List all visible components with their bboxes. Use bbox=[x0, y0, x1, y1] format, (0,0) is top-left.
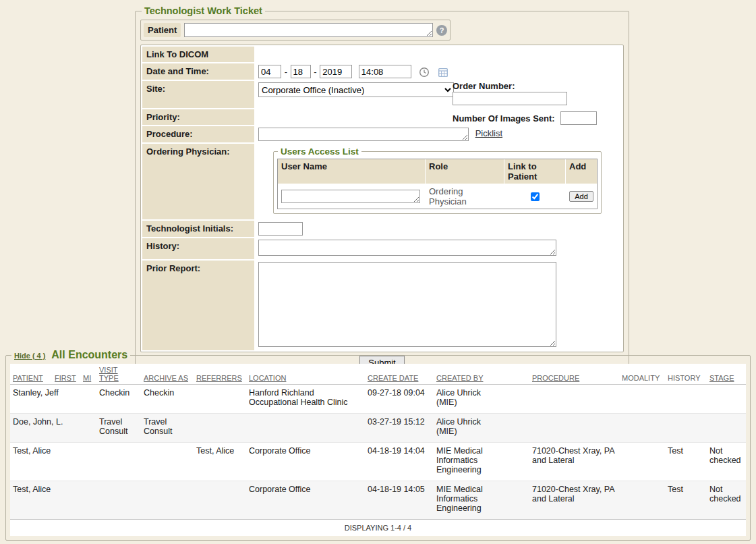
procedure-content: Picklist bbox=[256, 126, 622, 142]
table-cell: 71020-Chest Xray, PA and Lateral bbox=[529, 481, 619, 520]
date-year-input[interactable] bbox=[320, 65, 352, 78]
table-cell: Test, Alice bbox=[10, 443, 52, 481]
table-row[interactable]: Test, AliceTest, AliceCorporate Office04… bbox=[10, 443, 746, 481]
hide-link[interactable]: Hide ( 4 ) bbox=[14, 352, 45, 360]
table-cell: Test bbox=[665, 443, 707, 481]
table-cell: 04-18-19 14:04 bbox=[365, 443, 434, 481]
column-header-label[interactable]: STAGE bbox=[709, 374, 734, 382]
images-sent-input[interactable] bbox=[560, 111, 597, 125]
user-name-input[interactable] bbox=[281, 190, 420, 203]
table-cell: MIE Medical Informatics Engineering bbox=[434, 481, 529, 520]
column-header-first[interactable]: FIRST bbox=[52, 364, 80, 385]
ordering-physician-content: Users Access List User Name Role Link to… bbox=[256, 144, 622, 219]
table-cell bbox=[707, 385, 746, 414]
order-number-input[interactable] bbox=[453, 92, 567, 105]
column-header-created-by[interactable]: CREATED BY bbox=[434, 364, 529, 385]
all-encounters-legend: Hide ( 4 ) All Encounters bbox=[11, 349, 130, 361]
table-cell bbox=[80, 385, 96, 414]
table-row[interactable]: Stanley, JeffCheckinCheckinHanford Richl… bbox=[10, 385, 746, 414]
column-header-mi[interactable]: MI bbox=[80, 364, 96, 385]
table-row[interactable]: Doe, John, L.Travel ConsultTravel Consul… bbox=[10, 414, 746, 443]
history-input[interactable] bbox=[258, 240, 556, 256]
site-select[interactable]: Corporate Office (Inactive) bbox=[258, 82, 454, 97]
column-header-label[interactable]: CREATED BY bbox=[436, 374, 483, 382]
column-header-procedure[interactable]: PROCEDURE bbox=[529, 364, 619, 385]
table-cell: MIE Medical Informatics Engineering bbox=[434, 443, 529, 481]
link-to-patient-checkbox[interactable] bbox=[531, 192, 540, 201]
tech-initials-label: Technologist Initials: bbox=[142, 221, 254, 237]
all-encounters-title: All Encounters bbox=[51, 349, 127, 360]
column-header-label: MODALITY bbox=[622, 374, 660, 382]
column-header-archive-as[interactable]: ARCHIVE AS bbox=[141, 364, 194, 385]
table-cell bbox=[141, 443, 194, 481]
prior-report-content bbox=[256, 261, 622, 350]
calendar-icon[interactable] bbox=[438, 67, 448, 78]
clock-icon[interactable] bbox=[419, 67, 430, 78]
time-input[interactable] bbox=[359, 65, 411, 78]
procedure-label: Procedure: bbox=[142, 126, 254, 142]
encounters-table: PATIENTFIRSTMIVISIT TYPEARCHIVE ASREFERR… bbox=[10, 364, 746, 536]
column-header-visit-type[interactable]: VISIT TYPE bbox=[96, 364, 141, 385]
column-header-label[interactable]: LOCATION bbox=[249, 374, 286, 382]
users-access-table: User Name Role Link to Patient Add Order… bbox=[277, 159, 598, 209]
tech-initials-input[interactable] bbox=[258, 222, 303, 236]
table-cell: Corporate Office bbox=[246, 443, 365, 481]
column-header-label[interactable]: CREATE DATE bbox=[368, 374, 418, 382]
table-cell bbox=[194, 385, 246, 414]
priority-content: Number Of Images Sent: bbox=[256, 109, 622, 125]
work-ticket-title: Technologist Work Ticket bbox=[142, 5, 265, 16]
users-access-list-title: Users Access List bbox=[278, 146, 361, 157]
column-header-label[interactable]: ARCHIVE AS bbox=[144, 374, 188, 382]
history-content bbox=[256, 238, 622, 259]
help-icon[interactable]: ? bbox=[436, 25, 447, 36]
table-cell bbox=[619, 414, 665, 443]
column-header-label[interactable]: MI bbox=[83, 374, 91, 382]
table-cell: Travel Consult bbox=[141, 414, 194, 443]
encounters-body: Stanley, JeffCheckinCheckinHanford Richl… bbox=[10, 385, 746, 520]
table-cell bbox=[194, 481, 246, 520]
date-time-label: Date and Time: bbox=[142, 63, 254, 80]
work-ticket-form: Technologist Work Ticket Patient ? Link … bbox=[135, 5, 629, 375]
priority-label: Priority: bbox=[142, 109, 254, 125]
column-header-patient[interactable]: PATIENT bbox=[10, 364, 52, 385]
table-cell: 04-18-19 14:05 bbox=[365, 481, 434, 520]
date-separator: - bbox=[314, 67, 316, 77]
column-header-label[interactable]: REFERRERS bbox=[196, 374, 242, 382]
picklist-link[interactable]: Picklist bbox=[475, 128, 502, 138]
work-ticket-fields: Link To DICOM Date and Time: - - Site: C… bbox=[140, 45, 624, 352]
link-to-dicom-content bbox=[256, 47, 622, 62]
site-label: Site: bbox=[142, 81, 254, 108]
column-header-location[interactable]: LOCATION bbox=[246, 364, 365, 385]
column-header-modality: MODALITY bbox=[619, 364, 665, 385]
date-month-input[interactable] bbox=[258, 65, 281, 78]
table-cell: 71020-Chest Xray, PA and Lateral bbox=[529, 443, 619, 481]
table-cell: Test, Alice bbox=[194, 443, 246, 481]
table-cell bbox=[665, 385, 707, 414]
table-cell bbox=[141, 481, 194, 520]
table-cell: Checkin bbox=[96, 385, 141, 414]
displaying-count: DISPLAYING 1-4 / 4 bbox=[10, 520, 746, 537]
table-cell bbox=[194, 414, 246, 443]
table-cell: Test bbox=[665, 481, 707, 520]
column-header-role: Role bbox=[426, 159, 504, 184]
procedure-input[interactable] bbox=[258, 128, 469, 141]
column-header-label[interactable]: PATIENT bbox=[13, 374, 43, 382]
date-day-input[interactable] bbox=[291, 65, 311, 78]
encounters-footer-row: DISPLAYING 1-4 / 4 bbox=[10, 520, 746, 537]
table-cell: 03-27-19 15:12 bbox=[365, 414, 434, 443]
add-user-button[interactable]: Add bbox=[569, 191, 593, 202]
table-row[interactable]: Test, AliceCorporate Office04-18-19 14:0… bbox=[10, 481, 746, 520]
column-header-label[interactable]: VISIT TYPE bbox=[99, 366, 119, 382]
table-cell bbox=[246, 414, 365, 443]
column-header-referrers[interactable]: REFERRERS bbox=[194, 364, 246, 385]
column-header-create-date[interactable]: CREATE DATE bbox=[365, 364, 434, 385]
column-header-label[interactable]: FIRST bbox=[55, 374, 76, 382]
column-header-user-name: User Name bbox=[278, 159, 425, 184]
column-header-stage[interactable]: STAGE bbox=[707, 364, 746, 385]
table-cell bbox=[529, 385, 619, 414]
patient-input[interactable] bbox=[184, 23, 433, 37]
table-cell: Test, Alice bbox=[10, 481, 52, 520]
column-header-label[interactable]: PROCEDURE bbox=[532, 374, 579, 382]
tech-initials-content bbox=[256, 221, 622, 237]
prior-report-input[interactable] bbox=[258, 262, 556, 347]
